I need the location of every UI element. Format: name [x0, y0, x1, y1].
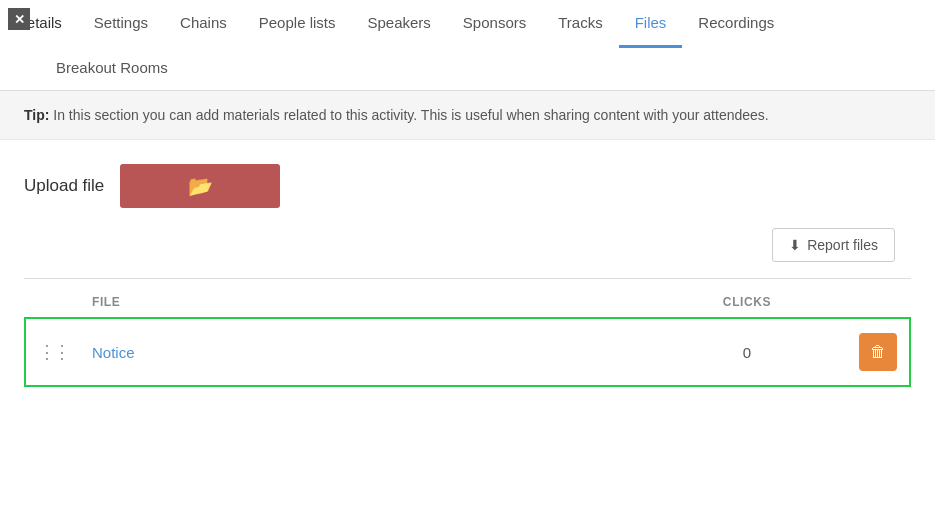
nav-tab-files[interactable]: Files — [619, 0, 683, 47]
col-drag — [25, 287, 80, 318]
nav-tab2-breakout-rooms[interactable]: Breakout Rooms — [40, 47, 184, 90]
main-content: Upload file 📂 ⬇ Report files FILE CLICKS… — [0, 140, 935, 411]
files-table: FILE CLICKS ⋮⋮Notice0🗑 — [24, 287, 911, 387]
nav-tabs-row2: Breakout Rooms — [0, 47, 935, 91]
upload-row: Upload file 📂 — [24, 164, 911, 208]
nav-tab-link-chains[interactable]: Chains — [164, 0, 243, 48]
files-table-body: ⋮⋮Notice0🗑 — [25, 318, 910, 386]
nav-tab-settings[interactable]: Settings — [78, 0, 164, 47]
download-icon: ⬇ — [789, 237, 801, 253]
nav-tab-speakers[interactable]: Speakers — [351, 0, 446, 47]
clicks-count-cell: 0 — [647, 318, 847, 386]
nav-tab-link-recordings[interactable]: Recordings — [682, 0, 790, 48]
report-files-label: Report files — [807, 237, 878, 253]
nav-tab-chains[interactable]: Chains — [164, 0, 243, 47]
table-separator — [24, 278, 911, 279]
col-clicks-header: CLICKS — [647, 287, 847, 318]
nav-tab-tracks[interactable]: Tracks — [542, 0, 618, 47]
nav-tab-link-settings[interactable]: Settings — [78, 0, 164, 48]
folder-icon: 📂 — [188, 174, 213, 198]
nav-tab-link-tracks[interactable]: Tracks — [542, 0, 618, 48]
trash-icon: 🗑 — [870, 343, 886, 361]
table-header: FILE CLICKS — [25, 287, 910, 318]
report-files-button[interactable]: ⬇ Report files — [772, 228, 895, 262]
nav-tab-people-lists[interactable]: People lists — [243, 0, 352, 47]
file-name-cell: Notice — [80, 318, 647, 386]
tip-section: Tip: In this section you can add materia… — [0, 91, 935, 140]
delete-button[interactable]: 🗑 — [859, 333, 897, 371]
nav-tab-link-sponsors[interactable]: Sponsors — [447, 0, 542, 48]
drag-icon: ⋮⋮ — [38, 342, 68, 362]
main-nav: DetailsSettingsChainsPeople listsSpeaker… — [0, 0, 935, 47]
nav-tab2-link-breakout-rooms[interactable]: Breakout Rooms — [40, 47, 184, 91]
table-header-row: FILE CLICKS — [25, 287, 910, 318]
file-link[interactable]: Notice — [92, 344, 135, 361]
upload-label: Upload file — [24, 176, 104, 196]
secondary-nav: Breakout Rooms — [0, 47, 935, 91]
close-button[interactable]: ✕ — [8, 8, 30, 30]
tip-label: Tip: — [24, 107, 49, 123]
nav-tab-recordings[interactable]: Recordings — [682, 0, 790, 47]
nav-tab-sponsors[interactable]: Sponsors — [447, 0, 542, 47]
nav-tab-link-speakers[interactable]: Speakers — [351, 0, 446, 48]
drag-handle[interactable]: ⋮⋮ — [25, 318, 80, 386]
table-row: ⋮⋮Notice0🗑 — [25, 318, 910, 386]
nav-tab-link-files[interactable]: Files — [619, 0, 683, 48]
col-actions-header — [847, 287, 910, 318]
col-file-header: FILE — [80, 287, 647, 318]
nav-tab-link-people-lists[interactable]: People lists — [243, 0, 352, 48]
upload-button[interactable]: 📂 — [120, 164, 280, 208]
report-row: ⬇ Report files — [24, 228, 911, 262]
close-icon: ✕ — [14, 12, 25, 27]
nav-tabs-row1: DetailsSettingsChainsPeople listsSpeaker… — [0, 0, 935, 47]
actions-cell: 🗑 — [847, 318, 910, 386]
tip-text: In this section you can add materials re… — [49, 107, 768, 123]
